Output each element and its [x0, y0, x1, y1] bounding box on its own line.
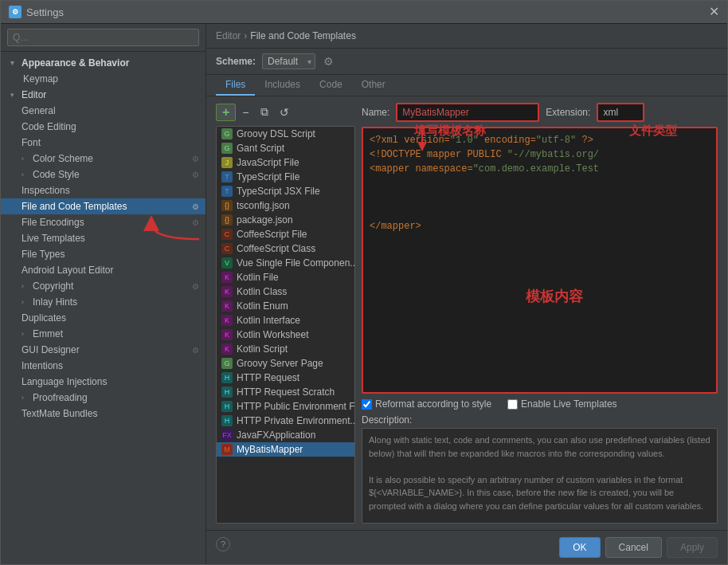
settings-indicator: ⚙ — [192, 282, 199, 291]
tab-includes[interactable]: Includes — [255, 75, 310, 96]
copy-template-button[interactable]: ⧉ — [256, 103, 273, 121]
file-item[interactable]: H HTTP Private Environment... — [217, 414, 354, 428]
cancel-button[interactable]: Cancel — [605, 537, 662, 558]
nav-item-inspections[interactable]: Inspections — [1, 182, 205, 198]
nav-item-font[interactable]: Font — [1, 135, 205, 151]
file-item[interactable]: H HTTP Request — [217, 371, 354, 385]
nav-item-live-templates[interactable]: Live Templates — [1, 230, 205, 246]
nav-item-appearance[interactable]: ▾ Appearance & Behavior — [1, 55, 205, 71]
nav-item-color-scheme[interactable]: › Color Scheme ⚙ — [1, 151, 205, 167]
file-item[interactable]: V Vue Single File Componen... — [217, 256, 354, 270]
live-templates-checkbox[interactable] — [507, 399, 518, 410]
code-editor[interactable]: <?xml version="1.0" encoding="utf-8" ?> … — [362, 127, 718, 394]
tab-code[interactable]: Code — [310, 75, 352, 96]
left-nav-panel: ▾ Appearance & Behavior Keymap ▾ Editor … — [1, 24, 206, 564]
nav-label: Android Layout Editor — [22, 265, 113, 276]
file-item[interactable]: H HTTP Public Environment F... — [217, 399, 354, 414]
file-item[interactable]: {} tsconfig.json — [217, 198, 354, 213]
file-icon-kotlin: K — [221, 286, 233, 297]
file-name: Kotlin Worksheet — [237, 329, 309, 340]
ok-button[interactable]: OK — [559, 537, 600, 558]
live-templates-label: Enable Live Templates — [521, 398, 617, 410]
expand-arrow: › — [22, 282, 29, 290]
left-file-section: + − ⧉ ↺ G Groovy DSL Script — [216, 103, 355, 524]
file-item[interactable]: K Kotlin File — [217, 270, 354, 284]
nav-label: Color Scheme — [33, 153, 93, 164]
file-item[interactable]: K Kotlin Script — [217, 342, 354, 356]
file-item[interactable]: J JavaScript File — [217, 155, 354, 170]
name-ext-row: Name: Extension: — [362, 103, 718, 122]
nav-item-gui-designer[interactable]: GUI Designer ⚙ — [1, 342, 205, 358]
file-item[interactable]: H HTTP Request Scratch — [217, 385, 354, 399]
file-icon-http: H — [221, 401, 233, 412]
file-item[interactable]: K Kotlin Worksheet — [217, 328, 354, 342]
nav-item-android-layout[interactable]: Android Layout Editor — [1, 262, 205, 278]
tab-files[interactable]: Files — [216, 75, 255, 96]
file-icon-json: {} — [221, 214, 233, 226]
file-icon-kotlin: K — [221, 272, 233, 283]
description-label: Description: — [362, 414, 718, 426]
live-templates-checkbox-label[interactable]: Enable Live Templates — [507, 398, 617, 410]
nav-item-proofreading[interactable]: › Proofreading — [1, 390, 205, 406]
reformat-checkbox-label[interactable]: Reformat according to style — [362, 398, 491, 410]
file-name: Groovy DSL Script — [237, 128, 315, 139]
file-name: Kotlin Script — [237, 343, 288, 355]
reformat-checkbox[interactable] — [362, 399, 372, 410]
add-template-button[interactable]: + — [216, 104, 236, 121]
reset-template-button[interactable]: ↺ — [275, 104, 294, 121]
nav-item-emmet[interactable]: › Emmet — [1, 326, 205, 342]
scheme-select[interactable]: Default Project — [262, 53, 315, 69]
file-item[interactable]: K Kotlin Class — [217, 284, 354, 299]
scheme-gear-button[interactable]: ⚙ — [322, 53, 335, 69]
nav-item-editor[interactable]: ▾ Editor — [1, 87, 205, 103]
file-item[interactable]: T TypeScript File — [217, 170, 354, 184]
file-item[interactable]: K Kotlin Interface — [217, 313, 354, 328]
tab-other[interactable]: Other — [352, 75, 395, 96]
file-item[interactable]: FX JavaFXApplication — [217, 428, 354, 442]
file-name: TypeScript JSX File — [237, 186, 320, 197]
nav-item-file-types[interactable]: File Types — [1, 246, 205, 262]
description-text: Along with static text, code and comment… — [369, 435, 710, 524]
main-split: + − ⧉ ↺ G Groovy DSL Script — [216, 103, 718, 524]
nav-item-general[interactable]: General — [1, 103, 205, 119]
close-button[interactable]: ✕ — [709, 6, 719, 18]
file-name: Groovy Server Page — [237, 358, 323, 369]
file-icon-coffee: C — [221, 243, 233, 254]
nav-item-lang-injections[interactable]: Language Injections — [1, 374, 205, 390]
tabs-row: Files Includes Code Other — [206, 75, 727, 96]
file-item[interactable]: G Groovy Server Page — [217, 356, 354, 371]
file-item[interactable]: T TypeScript JSX File — [217, 184, 354, 198]
search-input[interactable] — [7, 29, 199, 46]
file-item[interactable]: C CoffeeScript Class — [217, 241, 354, 256]
file-icon-groovy: G — [221, 128, 233, 139]
file-item[interactable]: G Groovy DSL Script — [217, 127, 354, 141]
help-button[interactable]: ? — [216, 537, 230, 551]
scheme-select-wrap: Default Project — [262, 53, 315, 69]
file-item[interactable]: C CoffeeScript File — [217, 227, 354, 241]
file-list[interactable]: G Groovy DSL Script G Gant Script J Java… — [216, 126, 355, 524]
remove-template-button[interactable]: − — [237, 104, 253, 121]
nav-tree: ▾ Appearance & Behavior Keymap ▾ Editor … — [1, 52, 205, 564]
breadcrumb-parent: Editor — [216, 30, 241, 41]
nav-item-copyright[interactable]: › Copyright ⚙ — [1, 278, 205, 294]
file-item[interactable]: K Kotlin Enum — [217, 299, 354, 313]
expand-arrow: ▾ — [10, 59, 18, 67]
apply-button[interactable]: Apply — [667, 537, 718, 558]
file-item[interactable]: {} package.json — [217, 213, 354, 227]
file-icon-kotlin: K — [221, 315, 233, 326]
nav-item-code-style[interactable]: › Code Style ⚙ — [1, 167, 205, 182]
nav-item-file-templates[interactable]: File and Code Templates ⚙ — [1, 198, 205, 214]
nav-item-duplicates[interactable]: Duplicates — [1, 310, 205, 326]
nav-item-code-editing[interactable]: Code Editing — [1, 119, 205, 135]
nav-item-inlay-hints[interactable]: › Inlay Hints — [1, 294, 205, 310]
extension-input[interactable] — [597, 103, 644, 122]
expand-arrow: › — [22, 171, 29, 179]
file-icon-json: {} — [221, 200, 233, 211]
nav-item-file-encodings[interactable]: File Encodings ⚙ — [1, 214, 205, 230]
name-input[interactable] — [396, 103, 539, 122]
nav-item-keymap[interactable]: Keymap — [1, 71, 205, 87]
file-item[interactable]: G Gant Script — [217, 141, 354, 155]
nav-item-intentions[interactable]: Intentions — [1, 358, 205, 374]
file-item-mybatis[interactable]: M MyBatisMapper — [217, 442, 354, 457]
nav-item-textmate[interactable]: TextMate Bundles — [1, 406, 205, 422]
